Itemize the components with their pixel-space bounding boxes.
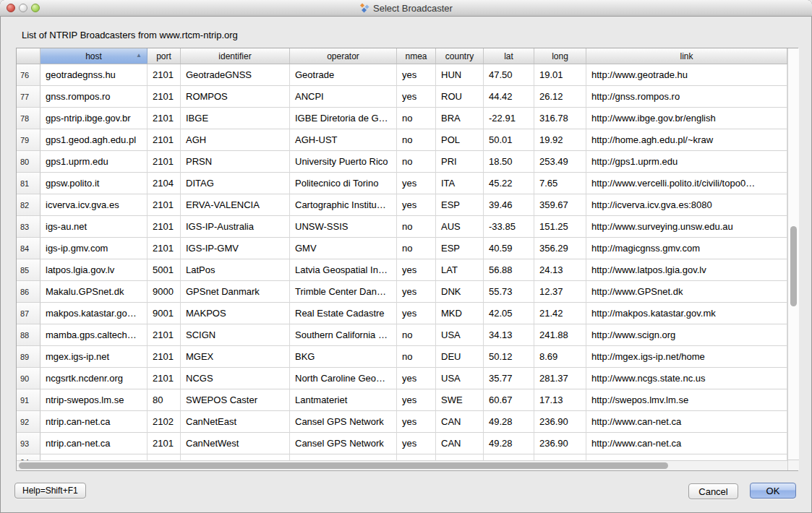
cell-identifier: GPSnet Danmark: [181, 281, 290, 303]
table-row[interactable]: 90ncgsrtk.ncdenr.org2101NCGSNorth Caroli…: [17, 368, 787, 389]
cell-link: http://www.can-net.ca: [586, 433, 787, 454]
cell-lat: 49.28: [484, 411, 534, 433]
column-header-host[interactable]: host▲: [40, 48, 148, 64]
cell-nmea: no: [397, 238, 436, 259]
cell-lat: 39.46: [484, 194, 534, 216]
column-header-long[interactable]: long: [534, 48, 586, 64]
table-row[interactable]: 80gps1.uprm.edu2101PRSNUniversity Puerto…: [17, 151, 787, 173]
cell-port: 2101: [148, 194, 181, 216]
column-header-label: host: [85, 51, 102, 61]
cell-operator: Politecnico di Torino: [290, 173, 397, 194]
cell-link: http://www.GPSnet.dk: [586, 281, 787, 303]
cell-lat: -33.85: [484, 216, 534, 238]
cell-operator: Trimble Center Dan…: [290, 281, 397, 303]
cell-rownum: 93: [17, 433, 40, 454]
cell-identifier: MGEX: [181, 346, 290, 368]
table-row[interactable]: 89mgex.igs-ip.net2101MGEXBKGnoDEU50.128.…: [17, 346, 787, 368]
cell-operator: UNSW-SSIS: [290, 216, 397, 238]
cancel-button[interactable]: Cancel: [688, 483, 738, 499]
help-button[interactable]: Help=Shift+F1: [14, 483, 86, 499]
column-header-nmea[interactable]: nmea: [397, 48, 436, 64]
cell-rownum: 85: [17, 259, 40, 281]
cell-lat: 50.01: [484, 129, 534, 151]
table-row[interactable]: 84igs-ip.gmv.com2101IGS-IP-GMVGMVnoESP40…: [17, 238, 787, 259]
table-row[interactable]: 85latpos.lgia.gov.lv5001LatPosLatvia Geo…: [17, 259, 787, 281]
sort-ascending-icon: ▲: [136, 53, 142, 59]
table-row[interactable]: 79gps1.geod.agh.edu.pl2101AGHAGH-USTnoPO…: [17, 129, 787, 151]
table-body: 76geotradegnss.hu2101GeotradeGNSSGeotrad…: [17, 64, 787, 460]
cell-nmea: no: [397, 324, 436, 346]
cell-link: http://gnss.rompos.ro: [586, 86, 787, 108]
horizontal-scrollbar-thumb[interactable]: [19, 462, 668, 469]
column-header-port[interactable]: port: [148, 48, 181, 64]
column-header-label: nmea: [405, 51, 427, 61]
cell-country: PRI: [436, 151, 484, 173]
cell-lat: 45.22: [484, 173, 534, 194]
cell-link: http://mgex.igs-ip.net/home: [586, 346, 787, 368]
table-row[interactable]: 76geotradegnss.hu2101GeotradeGNSSGeotrad…: [17, 64, 787, 86]
table-row[interactable]: 81gpsw.polito.it2104DITAGPolitecnico di …: [17, 173, 787, 194]
app-icon: [359, 3, 369, 13]
table-row[interactable]: 83igs-au.net2101IGS-IP-AustraliaUNSW-SSI…: [17, 216, 787, 238]
column-header-country[interactable]: country: [436, 48, 484, 64]
cell-link: http://www.latpos.lgia.gov.lv: [586, 259, 787, 281]
cell-nmea: no: [397, 346, 436, 368]
horizontal-scrollbar[interactable]: [17, 460, 787, 470]
table-row[interactable]: 93ntrip.can-net.ca2101CanNetWestCansel G…: [17, 433, 787, 454]
cell-link: http://www.surveying.unsw.edu.au: [586, 216, 787, 238]
cell-port: 2101: [148, 108, 181, 129]
cell-operator: Rybell Transportatio…: [290, 454, 397, 460]
cell-operator: Cansel GPS Network: [290, 433, 397, 454]
cell-port: 2101: [148, 238, 181, 259]
column-header-operator[interactable]: operator: [290, 48, 397, 64]
table-row-partial[interactable]: 94ntrip…2101RTI…Rybell Transportatio…USA…: [17, 454, 787, 460]
column-header-link[interactable]: link: [586, 48, 787, 64]
cell-country: USA: [436, 324, 484, 346]
cell-port: 2101: [148, 346, 181, 368]
column-header-lat[interactable]: lat: [484, 48, 534, 64]
cell-country: BRA: [436, 108, 484, 129]
table-row[interactable]: 82icverva.icv.gva.es2101ERVA-VALENCIACar…: [17, 194, 787, 216]
cell-long: 278.50: [534, 454, 586, 460]
cell-host: gnss.rompos.ro: [40, 86, 148, 108]
cell-operator: Real Estate Cadastre: [290, 303, 397, 324]
cell-lat: -22.91: [484, 108, 534, 129]
cell-operator: ANCPI: [290, 86, 397, 108]
cell-rownum: 82: [17, 194, 40, 216]
cell-link: http://www.can-net.ca: [586, 411, 787, 433]
table-row[interactable]: 91ntrip-swepos.lm.se80SWEPOS CasterLantm…: [17, 389, 787, 411]
cell-identifier: PRSN: [181, 151, 290, 173]
cell-identifier: GeotradeGNSS: [181, 64, 290, 86]
cell-long: 12.37: [534, 281, 586, 303]
cell-lat: 50.12: [484, 346, 534, 368]
cell-nmea: no: [397, 216, 436, 238]
cell-long: 236.90: [534, 433, 586, 454]
cell-long: 236.90: [534, 411, 586, 433]
cell-port: 9001: [148, 303, 181, 324]
cell-country: AUS: [436, 216, 484, 238]
table-row[interactable]: 88mamba.gps.caltech…2101SCIGNSouthern Ca…: [17, 324, 787, 346]
window-title: Select Broadcaster: [373, 3, 453, 14]
cell-port: 2101: [148, 129, 181, 151]
cell-port: 80: [148, 389, 181, 411]
vertical-scrollbar-thumb[interactable]: [790, 226, 797, 306]
cell-host: igs-ip.gmv.com: [40, 238, 148, 259]
table-row[interactable]: 77gnss.rompos.ro2101ROMPOSANCPIyesROU44.…: [17, 86, 787, 108]
column-header-rownum[interactable]: [17, 48, 40, 64]
cell-link: http://www.vercelli.polito.it/civili/top…: [586, 173, 787, 194]
cell-lat: 35.77: [484, 368, 534, 389]
title-bar[interactable]: Select Broadcaster: [0, 0, 812, 17]
cell-identifier: ROMPOS: [181, 86, 290, 108]
table-row[interactable]: 92ntrip.can-net.ca2102CanNetEastCansel G…: [17, 411, 787, 433]
table-row[interactable]: 87makpos.katastar.go…9001MAKPOSReal Esta…: [17, 303, 787, 324]
ok-button[interactable]: OK: [750, 483, 796, 499]
table-row[interactable]: 86Makalu.GPSnet.dk9000GPSnet DanmarkTrim…: [17, 281, 787, 303]
cell-country: LAT: [436, 259, 484, 281]
cell-nmea: no: [397, 151, 436, 173]
cell-host: gpsw.polito.it: [40, 173, 148, 194]
cell-host: mamba.gps.caltech…: [40, 324, 148, 346]
vertical-scrollbar[interactable]: [787, 48, 799, 470]
cell-link: http://swepos.lmv.lm.se: [586, 389, 787, 411]
column-header-identifier[interactable]: identifier: [181, 48, 290, 64]
table-row[interactable]: 78gps-ntrip.ibge.gov.br2101IBGEIGBE Dire…: [17, 108, 787, 129]
